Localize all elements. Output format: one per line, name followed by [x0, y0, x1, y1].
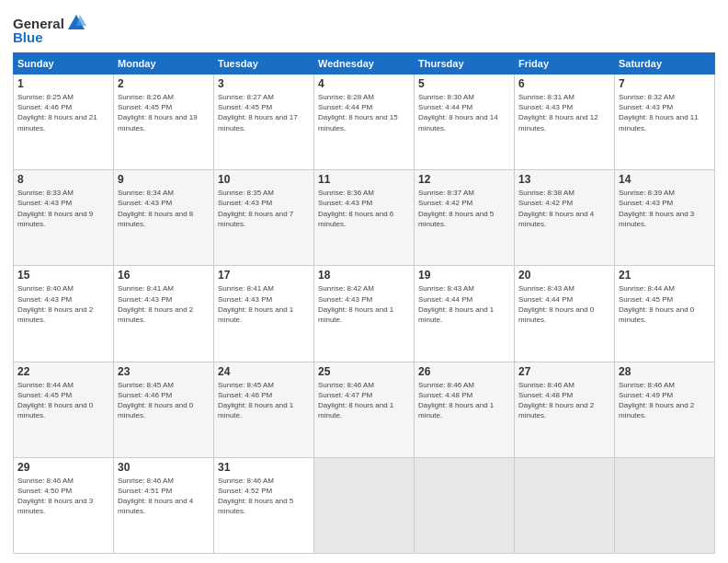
calendar-cell: 15 Sunrise: 8:40 AM Sunset: 4:43 PM Dayl…	[14, 266, 114, 362]
day-number: 11	[318, 173, 410, 186]
calendar-cell: 7 Sunrise: 8:32 AM Sunset: 4:43 PM Dayli…	[615, 75, 715, 170]
day-info: Sunrise: 8:35 AM Sunset: 4:43 PM Dayligh…	[218, 189, 293, 228]
day-number: 8	[17, 173, 109, 186]
day-info: Sunrise: 8:46 AM Sunset: 4:51 PM Dayligh…	[118, 477, 193, 516]
calendar-cell: 11 Sunrise: 8:36 AM Sunset: 4:43 PM Dayl…	[314, 170, 415, 266]
logo-icon	[66, 13, 86, 33]
calendar-cell: 31 Sunrise: 8:46 AM Sunset: 4:52 PM Dayl…	[214, 457, 314, 553]
calendar-cell: 26 Sunrise: 8:46 AM Sunset: 4:48 PM Dayl…	[415, 362, 515, 457]
calendar-cell: 25 Sunrise: 8:46 AM Sunset: 4:47 PM Dayl…	[314, 362, 415, 457]
day-number: 6	[518, 77, 610, 90]
calendar-cell	[515, 457, 615, 553]
calendar-cell: 10 Sunrise: 8:35 AM Sunset: 4:43 PM Dayl…	[214, 170, 314, 266]
day-number: 9	[118, 173, 210, 186]
logo-blue: Blue	[13, 29, 43, 45]
logo: General Blue	[13, 13, 86, 45]
day-number: 12	[418, 173, 510, 186]
day-info: Sunrise: 8:44 AM Sunset: 4:45 PM Dayligh…	[17, 381, 93, 420]
page: General Blue SundayMondayTuesdayWednesda…	[0, 0, 728, 563]
calendar-cell: 18 Sunrise: 8:42 AM Sunset: 4:43 PM Dayl…	[314, 266, 415, 362]
day-info: Sunrise: 8:45 AM Sunset: 4:46 PM Dayligh…	[118, 381, 193, 420]
day-number: 2	[118, 77, 210, 90]
day-info: Sunrise: 8:27 AM Sunset: 4:45 PM Dayligh…	[218, 93, 298, 132]
calendar-cell: 24 Sunrise: 8:45 AM Sunset: 4:46 PM Dayl…	[214, 362, 314, 457]
calendar-cell: 22 Sunrise: 8:44 AM Sunset: 4:45 PM Dayl…	[14, 362, 114, 457]
day-info: Sunrise: 8:42 AM Sunset: 4:43 PM Dayligh…	[318, 284, 393, 324]
calendar-cell: 3 Sunrise: 8:27 AM Sunset: 4:45 PM Dayli…	[214, 75, 314, 170]
day-number: 21	[619, 269, 711, 282]
day-info: Sunrise: 8:43 AM Sunset: 4:44 PM Dayligh…	[518, 284, 594, 324]
day-number: 10	[218, 173, 310, 186]
day-number: 23	[118, 365, 210, 378]
calendar-cell: 12 Sunrise: 8:37 AM Sunset: 4:42 PM Dayl…	[415, 170, 515, 266]
day-number: 14	[619, 173, 711, 186]
day-info: Sunrise: 8:46 AM Sunset: 4:52 PM Dayligh…	[218, 477, 293, 516]
calendar-cell	[415, 457, 515, 553]
day-info: Sunrise: 8:37 AM Sunset: 4:42 PM Dayligh…	[418, 189, 494, 228]
day-of-week-header: Tuesday	[214, 53, 314, 75]
calendar-cell: 21 Sunrise: 8:44 AM Sunset: 4:45 PM Dayl…	[615, 266, 715, 362]
day-number: 20	[518, 269, 610, 282]
calendar-cell: 5 Sunrise: 8:30 AM Sunset: 4:44 PM Dayli…	[415, 75, 515, 170]
day-info: Sunrise: 8:43 AM Sunset: 4:44 PM Dayligh…	[418, 284, 494, 324]
calendar-cell	[615, 457, 715, 553]
calendar-cell: 8 Sunrise: 8:33 AM Sunset: 4:43 PM Dayli…	[14, 170, 114, 266]
calendar-cell	[314, 457, 415, 553]
calendar-cell: 19 Sunrise: 8:43 AM Sunset: 4:44 PM Dayl…	[415, 266, 515, 362]
day-number: 29	[17, 461, 109, 474]
day-number: 19	[418, 269, 510, 282]
day-info: Sunrise: 8:46 AM Sunset: 4:48 PM Dayligh…	[418, 381, 494, 420]
day-info: Sunrise: 8:45 AM Sunset: 4:46 PM Dayligh…	[218, 381, 293, 420]
day-info: Sunrise: 8:25 AM Sunset: 4:46 PM Dayligh…	[17, 93, 97, 132]
calendar-cell: 20 Sunrise: 8:43 AM Sunset: 4:44 PM Dayl…	[515, 266, 615, 362]
day-of-week-header: Sunday	[14, 53, 114, 75]
calendar: SundayMondayTuesdayWednesdayThursdayFrid…	[13, 52, 715, 554]
day-of-week-header: Friday	[515, 53, 615, 75]
day-info: Sunrise: 8:46 AM Sunset: 4:48 PM Dayligh…	[518, 381, 594, 420]
day-of-week-header: Monday	[114, 53, 214, 75]
day-number: 7	[619, 77, 711, 90]
calendar-cell: 6 Sunrise: 8:31 AM Sunset: 4:43 PM Dayli…	[515, 75, 615, 170]
day-number: 28	[619, 365, 711, 378]
day-number: 22	[17, 365, 109, 378]
day-number: 26	[418, 365, 510, 378]
day-info: Sunrise: 8:39 AM Sunset: 4:43 PM Dayligh…	[619, 189, 694, 228]
day-number: 27	[518, 365, 610, 378]
day-info: Sunrise: 8:33 AM Sunset: 4:43 PM Dayligh…	[17, 189, 93, 228]
day-number: 24	[218, 365, 310, 378]
calendar-cell: 14 Sunrise: 8:39 AM Sunset: 4:43 PM Dayl…	[615, 170, 715, 266]
day-info: Sunrise: 8:30 AM Sunset: 4:44 PM Dayligh…	[418, 93, 498, 132]
logo-general: General	[13, 16, 64, 31]
calendar-cell: 4 Sunrise: 8:28 AM Sunset: 4:44 PM Dayli…	[314, 75, 415, 170]
day-info: Sunrise: 8:40 AM Sunset: 4:43 PM Dayligh…	[17, 284, 93, 324]
day-number: 4	[318, 77, 410, 90]
day-info: Sunrise: 8:44 AM Sunset: 4:45 PM Dayligh…	[619, 284, 694, 324]
calendar-cell: 30 Sunrise: 8:46 AM Sunset: 4:51 PM Dayl…	[114, 457, 214, 553]
day-info: Sunrise: 8:46 AM Sunset: 4:47 PM Dayligh…	[318, 381, 393, 420]
day-info: Sunrise: 8:36 AM Sunset: 4:43 PM Dayligh…	[318, 189, 393, 228]
day-info: Sunrise: 8:46 AM Sunset: 4:50 PM Dayligh…	[17, 477, 93, 516]
day-number: 1	[17, 77, 109, 90]
day-number: 30	[118, 461, 210, 474]
day-of-week-header: Wednesday	[314, 53, 415, 75]
day-number: 18	[318, 269, 410, 282]
day-info: Sunrise: 8:31 AM Sunset: 4:43 PM Dayligh…	[518, 93, 598, 132]
day-info: Sunrise: 8:41 AM Sunset: 4:43 PM Dayligh…	[118, 284, 193, 324]
day-info: Sunrise: 8:32 AM Sunset: 4:43 PM Dayligh…	[619, 93, 699, 132]
day-info: Sunrise: 8:34 AM Sunset: 4:43 PM Dayligh…	[118, 189, 193, 228]
calendar-cell: 16 Sunrise: 8:41 AM Sunset: 4:43 PM Dayl…	[114, 266, 214, 362]
calendar-cell: 27 Sunrise: 8:46 AM Sunset: 4:48 PM Dayl…	[515, 362, 615, 457]
day-number: 31	[218, 461, 310, 474]
day-of-week-header: Saturday	[615, 53, 715, 75]
calendar-cell: 9 Sunrise: 8:34 AM Sunset: 4:43 PM Dayli…	[114, 170, 214, 266]
calendar-cell: 28 Sunrise: 8:46 AM Sunset: 4:49 PM Dayl…	[615, 362, 715, 457]
calendar-cell: 2 Sunrise: 8:26 AM Sunset: 4:45 PM Dayli…	[114, 75, 214, 170]
day-number: 3	[218, 77, 310, 90]
day-number: 16	[118, 269, 210, 282]
day-info: Sunrise: 8:28 AM Sunset: 4:44 PM Dayligh…	[318, 93, 398, 132]
day-of-week-header: Thursday	[415, 53, 515, 75]
day-number: 25	[318, 365, 410, 378]
calendar-cell: 17 Sunrise: 8:41 AM Sunset: 4:43 PM Dayl…	[214, 266, 314, 362]
day-number: 17	[218, 269, 310, 282]
day-number: 5	[418, 77, 510, 90]
